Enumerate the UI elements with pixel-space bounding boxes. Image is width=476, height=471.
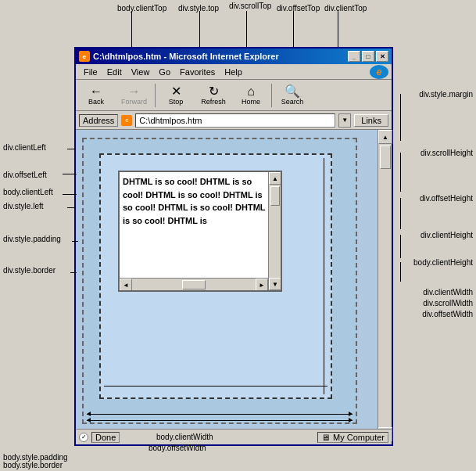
scroll-thumb-v[interactable] [270,186,280,206]
line-div-client-top [338,11,338,50]
annotation-body-clientwidth: body.clientWidth [156,433,213,441]
scroll-track-h [132,279,256,290]
main-content: DHTML is so cool! DHTML is so cool! DHTM… [76,130,378,441]
line-body-client-height [400,262,401,282]
browser-icon: e [79,51,90,62]
line-div-client-left [67,149,75,149]
content-container: DHTML is so cool! DHTML is so cool! DHTM… [76,130,392,441]
measure-body-offsetwidth [87,420,353,421]
minimize-button[interactable]: _ [348,51,360,62]
browser-window: e C:\dhtmlpos.htm - Microsoft Internet E… [74,47,393,446]
stop-icon: ✕ [171,85,181,98]
status-done: Done [91,432,120,443]
line-div-offset-height [400,198,401,229]
line-div-style-padding [72,241,78,242]
status-icon: ✓ [79,433,88,442]
annotation-div-style-margin: div.style.margin [419,90,473,99]
line-div-style-margin [400,94,401,141]
annotation-div-client-width: div.clientWidth [423,288,473,297]
div-outer-area: DHTML is so cool! DHTML is so cool! DHTM… [99,153,332,399]
annotation-div-client-height: div.clientHeight [421,231,473,239]
forward-icon: → [128,85,141,98]
search-button[interactable]: 🔍 Search [275,84,310,107]
annotation-div-client-left: div.clientLeft [3,143,46,152]
title-bar: e C:\dhtmlpos.htm - Microsoft Internet E… [76,49,392,64]
scroll-down-button[interactable]: ▼ [269,278,281,290]
annotation-div-offset-width: div.offsetWidth [422,310,473,318]
title-bar-left: e C:\dhtmlpos.htm - Microsoft Internet E… [79,51,279,62]
address-input[interactable]: C:\dhtmlpos.htm [135,113,335,128]
measure-v-right [324,158,324,394]
toolbar-separator-2 [271,84,272,107]
scroll-thumb-h[interactable] [182,280,206,289]
line-div-scroll-top [246,11,247,50]
line-div-scroll-height [400,153,401,192]
line-div-style-top [199,11,200,50]
line-div-client-height [400,235,401,258]
line-div-offset-left [63,174,77,174]
menu-help[interactable]: Help [220,66,247,78]
search-icon: 🔍 [285,85,300,98]
measure-body-clientwidth [87,414,353,415]
annotation-div-style-left: div.style.left [3,202,44,210]
address-bar: Address e C:\dhtmlpos.htm ▼ Links [76,111,392,130]
refresh-button[interactable]: ↻ Refresh [196,84,231,107]
line-body-client-top [131,11,132,50]
stop-button[interactable]: ✕ Stop [159,84,193,107]
toolbar: ← Back → Forward ✕ Stop ↻ Refresh ⌂ Home… [76,80,392,111]
line-div-offset-top [293,11,294,50]
annotation-div-client-top: div.clientTop [324,4,367,13]
home-icon: ⌂ [247,85,255,98]
browser-scrollbar[interactable]: ▲ ▼ [378,130,392,441]
status-computer: 🖥 My Computer [317,432,388,443]
maximize-button[interactable]: □ [362,51,374,62]
links-button[interactable]: Links [354,114,388,127]
scroll-track-v [269,185,281,278]
annotation-div-offset-top: div.offsetTop [277,4,320,13]
annotation-body-client-top: body.clientTop [117,4,166,13]
annotation-div-scroll-height: div.scrollHeight [421,149,473,157]
home-button[interactable]: ⌂ Home [234,84,268,107]
line-body-client-left [63,194,77,195]
back-icon: ← [90,85,102,98]
menu-favorites[interactable]: Favorites [175,66,220,78]
annotation-div-style-border: div.style.border [3,266,55,275]
body-area: DHTML is so cool! DHTML is so cool! DHTM… [82,138,357,424]
annotation-div-offset-height: div.offsetHeight [420,194,473,203]
scroll-up-button[interactable]: ▲ [269,172,281,185]
menu-file[interactable]: File [79,66,102,78]
measure-clientwidth-line [104,386,327,387]
div-content: DHTML is so cool! DHTML is so cool! DHTM… [120,172,281,241]
vertical-scrollbar[interactable]: ▲ ▼ [268,172,281,290]
horizontal-scrollbar[interactable]: ◄ ► [120,278,268,290]
annotation-div-scroll-width: div.scrollWidth [423,299,473,307]
status-bar: ✓ Done 🖥 My Computer [76,429,392,444]
browser-scroll-thumb[interactable] [380,146,391,169]
annotation-body-offsetwidth: body.offsetWidth [149,444,206,452]
line-div-style-border [70,272,77,273]
scroll-left-button[interactable]: ◄ [120,279,132,291]
annotation-div-style-padding: div.style.padding [3,235,61,243]
window-title: C:\dhtmlpos.htm - Microsoft Internet Exp… [93,52,279,61]
menu-bar: File Edit View Go Favorites Help e [76,64,392,80]
close-button[interactable]: ✕ [376,51,388,62]
menu-go[interactable]: Go [154,66,175,78]
title-buttons[interactable]: _ □ ✕ [348,51,388,62]
forward-button[interactable]: → Forward [116,84,152,107]
back-button[interactable]: ← Back [79,84,113,107]
annotation-div-offset-left: div.offsetLeft [3,171,47,179]
scrollable-div[interactable]: DHTML is so cool! DHTML is so cool! DHTM… [118,171,282,292]
refresh-icon: ↻ [209,85,219,98]
scroll-right-button[interactable]: ► [256,279,268,291]
address-icon: e [121,115,132,126]
address-dropdown[interactable]: ▼ [338,113,351,128]
menu-view[interactable]: View [127,66,155,78]
ie-logo: e [370,65,388,79]
annotation-div-scroll-top: div.scrollTop [229,2,271,10]
browser-scroll-track [378,144,392,427]
menu-edit[interactable]: Edit [102,66,127,78]
address-label: Address [79,114,118,127]
annotation-body-client-left: body.clientLeft [3,188,53,196]
browser-scroll-up[interactable]: ▲ [378,130,392,144]
annotation-body-style-border: body.style.border [3,461,63,469]
